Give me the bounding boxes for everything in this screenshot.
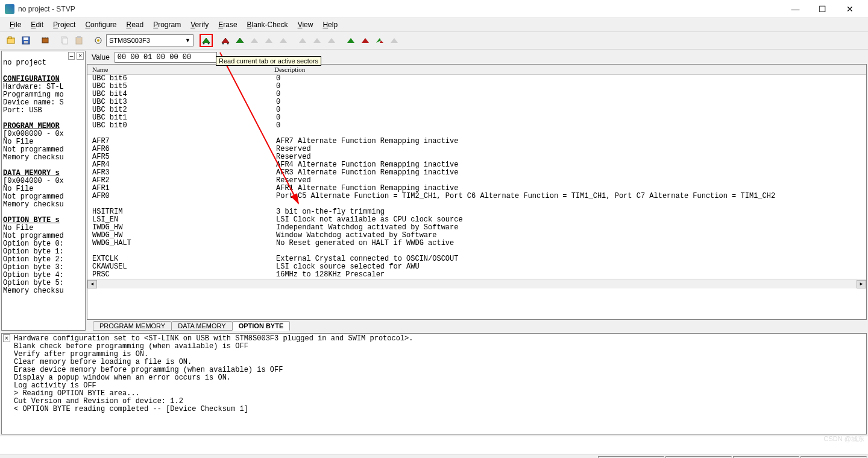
menu-file[interactable]: File (5, 19, 26, 30)
tab-data-memory[interactable]: DATA MEMORY (171, 321, 232, 331)
table-row[interactable]: UBC bit20 (92, 106, 861, 114)
open-button[interactable] (5, 34, 18, 47)
option-byte-table: Name Description UBC bit60UBC bit50UBC b… (87, 64, 867, 320)
program-mixed-button[interactable] (373, 34, 386, 47)
app-icon (5, 4, 14, 14)
cell-name: HSITRIM (92, 208, 276, 216)
table-row[interactable]: AFR4AFR4 Alternate Function Remapping in… (92, 161, 861, 169)
tab-program-memory[interactable]: PROGRAM MEMORY (93, 321, 172, 331)
svg-point-15 (203, 43, 205, 45)
paste-button[interactable] (72, 34, 86, 47)
cell-description: AFR3 Alternate Function Remapping inacti… (276, 169, 861, 177)
btn-gray4[interactable] (296, 34, 309, 47)
table-row[interactable]: WWDG_HWWindow Watchdog activated by Soft… (92, 232, 861, 240)
cell-name: UBC bit0 (92, 122, 276, 130)
titlebar: no project - STVP — ☐ ✕ (0, 0, 868, 18)
cell-name: AFR2 (92, 177, 276, 185)
program-red-button[interactable] (359, 34, 372, 47)
value-label: Value (92, 53, 110, 62)
maximize-button[interactable]: ☐ (809, 1, 836, 17)
log-close-icon[interactable]: × (3, 334, 10, 342)
menu-view[interactable]: View (293, 19, 318, 30)
menu-edit[interactable]: Edit (26, 19, 48, 30)
table-row[interactable]: IWDG_HWIndependant Watchdog activated by… (92, 224, 861, 232)
read-btn-green2[interactable] (233, 34, 247, 47)
btn-gray5[interactable] (310, 34, 324, 47)
svg-point-14 (97, 39, 99, 42)
cell-name: AFR5 (92, 153, 276, 161)
table-row[interactable]: AFR3AFR3 Alternate Function Remapping in… (92, 169, 861, 177)
scroll-left-icon[interactable]: ◄ (87, 280, 97, 288)
btn-gray3[interactable] (277, 34, 290, 47)
pane-close-icon[interactable]: – (68, 52, 75, 60)
table-row[interactable]: UBC bit30 (92, 98, 861, 106)
pane-close-x-icon[interactable]: × (77, 52, 84, 60)
table-row[interactable]: CKAWUSELLSI clock source selected for AW… (92, 263, 861, 271)
table-row[interactable]: AFR2Reserved (92, 177, 861, 185)
device-select[interactable]: STM8S003F3 ▼ (106, 34, 193, 46)
cell-name: AFR7 (92, 138, 276, 145)
table-row[interactable]: AFR7AFR7 Alternate Function Remapping in… (92, 138, 861, 145)
cell-description: 0 (276, 122, 861, 130)
btn-gray1[interactable] (248, 34, 261, 47)
save-button[interactable] (19, 34, 33, 47)
cell-description: 0 (276, 91, 861, 98)
menu-blankcheck[interactable]: Blank-Check (242, 19, 293, 30)
left-info-line: Memory checksu (3, 201, 84, 209)
svg-point-16 (208, 43, 210, 45)
log-line: Log activity is OFF (14, 382, 863, 390)
menu-verify[interactable]: Verify (186, 19, 213, 30)
table-row[interactable]: UBC bit50 (92, 83, 861, 91)
target-icon[interactable] (92, 34, 105, 47)
table-row[interactable]: AFR6Reserved (92, 145, 861, 153)
table-row[interactable]: EXTCLKExternal Crystal connected to OSCI… (92, 255, 861, 263)
table-row[interactable]: PRSC16MHz to 128KHz Prescaler (92, 271, 861, 279)
btn-gray6[interactable] (325, 34, 338, 47)
table-row[interactable]: WWDG_HALTNo Reset generated on HALT if W… (92, 240, 861, 247)
menu-erase[interactable]: Erase (213, 19, 242, 30)
table-row[interactable]: AFR0Port C5 Alternate Function = TIM2_CH… (92, 192, 861, 200)
menu-program[interactable]: Program (148, 19, 186, 30)
menu-help[interactable]: Help (318, 19, 342, 30)
chip-config-button[interactable] (39, 34, 52, 47)
program-green-button[interactable] (344, 34, 357, 47)
device-select-value: STM8S003F3 (109, 37, 150, 44)
tab-option-byte[interactable]: OPTION BYTE (232, 321, 291, 331)
cell-description: No Reset generated on HALT if WWDG activ… (276, 240, 861, 247)
value-input[interactable] (115, 52, 217, 63)
table-row[interactable]: AFR5Reserved (92, 153, 861, 161)
tooltip: Read current tab or active sectors (216, 56, 321, 66)
btn-gray2[interactable] (262, 34, 275, 47)
column-description[interactable]: Description (274, 66, 866, 73)
menu-configure[interactable]: Configure (80, 19, 121, 30)
chevron-down-icon: ▼ (185, 37, 190, 43)
table-row[interactable]: UBC bit00 (92, 122, 861, 130)
table-row[interactable]: HSITRIM3 bit on-the-fly trimming (92, 208, 861, 216)
table-row[interactable]: LSI_ENLSI Clock not available as CPU clo… (92, 216, 861, 224)
minimize-button[interactable]: — (782, 1, 809, 17)
tabbar: PROGRAM MEMORYDATA MEMORYOPTION BYTE (87, 320, 867, 331)
column-name[interactable]: Name (87, 66, 274, 73)
table-row[interactable]: UBC bit10 (92, 114, 861, 122)
scroll-right-icon[interactable]: ► (857, 280, 866, 288)
left-info-line: Memory checksu (3, 287, 84, 295)
read-current-tab-button[interactable] (200, 34, 213, 47)
status-link: ST-LINK (665, 456, 732, 459)
ghost-area (0, 436, 868, 454)
cell-description: 0 (276, 106, 861, 114)
cell-description: 0 (276, 83, 861, 91)
copy-button[interactable] (58, 34, 71, 47)
read-all-button[interactable] (219, 34, 232, 47)
btn-gray7[interactable] (388, 34, 401, 47)
content-area: – × no projectCONFIGURATIONHardware: ST-… (0, 49, 868, 332)
menu-read[interactable]: Read (121, 19, 148, 30)
menu-project[interactable]: Project (48, 19, 80, 30)
log-line: < OPTION BYTE reading completed -- [Devi… (14, 406, 863, 413)
horizontal-scrollbar[interactable]: ◄ ► (87, 279, 866, 288)
table-row[interactable]: UBC bit40 (92, 91, 861, 98)
status-device: STM8S003F3 (733, 456, 799, 459)
cell-name: AFR4 (92, 161, 276, 169)
close-button[interactable]: ✕ (836, 1, 863, 17)
value-row: Value (87, 51, 867, 64)
table-row[interactable]: UBC bit60 (92, 75, 861, 83)
